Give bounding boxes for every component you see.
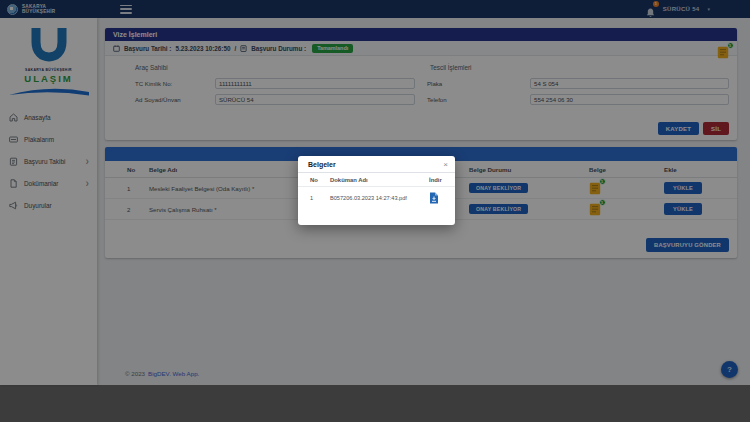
col-indir: İndir (429, 177, 447, 183)
close-icon[interactable]: × (443, 162, 448, 168)
col-dokuman-adi: Doküman Adı (330, 177, 429, 183)
table-row: 1 B057206.03.2023 14:27:43.pdf (298, 187, 455, 209)
modal-table-header: No Doküman Adı İndir (298, 173, 455, 187)
dokuman-adi: B057206.03.2023 14:27:43.pdf (330, 195, 429, 201)
col-no: No (310, 177, 330, 183)
download-icon[interactable] (429, 192, 447, 204)
belgeler-modal: Belgeler × No Doküman Adı İndir 1 B05720… (298, 156, 455, 225)
modal-title: Belgeler (308, 161, 336, 168)
row-no: 1 (310, 195, 330, 201)
